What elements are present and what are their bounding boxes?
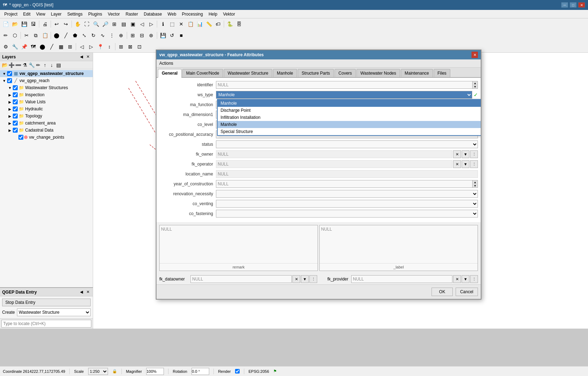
- dataowner-link-btn[interactable]: ⋮: [309, 275, 317, 283]
- menu-view[interactable]: View: [33, 11, 48, 17]
- simplify-button[interactable]: ∿: [98, 31, 107, 40]
- dropdown-option-discharge[interactable]: Discharge Point: [218, 107, 481, 114]
- menu-raster[interactable]: Raster: [123, 11, 141, 17]
- de-close-button[interactable]: ✕: [85, 289, 91, 295]
- layer-check-catchment[interactable]: [13, 121, 18, 126]
- add-polygon-button[interactable]: ⬟: [71, 31, 79, 40]
- layer-check-inspection[interactable]: [13, 92, 18, 97]
- year-up[interactable]: ▲: [473, 180, 478, 184]
- tab-wastewater-nodes[interactable]: Wastewater Nodes: [356, 69, 400, 77]
- stats-button[interactable]: 📊: [195, 20, 204, 28]
- cofastening-select[interactable]: [216, 210, 478, 218]
- year-field[interactable]: NULL ▲ ▼: [216, 180, 478, 188]
- panel-close-button[interactable]: ✕: [85, 54, 91, 60]
- identifier-up-btn[interactable]: ▲: [473, 81, 478, 85]
- locate-search-input[interactable]: [1, 320, 91, 328]
- layer-up-button[interactable]: ↑: [42, 62, 48, 68]
- dialog-close-button[interactable]: ✕: [472, 52, 478, 58]
- tab-general[interactable]: General: [158, 69, 182, 78]
- wstype-dropdown-popup[interactable]: Manhole Discharge Point Infiltration Ins…: [217, 99, 481, 136]
- pan-to-selection-button[interactable]: ⛶: [82, 20, 91, 28]
- menu-help[interactable]: Help: [206, 11, 220, 17]
- remove-layer-button[interactable]: ➖: [15, 62, 21, 68]
- tracing-button[interactable]: ⊛: [147, 31, 155, 40]
- minimize-button[interactable]: ─: [561, 2, 568, 8]
- extra-btn-3[interactable]: ⊡: [135, 42, 144, 51]
- magnifier-input[interactable]: [146, 368, 164, 375]
- window-controls[interactable]: ─ □ ✕: [561, 2, 585, 8]
- qgep-btn-3[interactable]: 📌: [20, 42, 28, 51]
- dataowner-dropdown-btn[interactable]: ▼: [301, 275, 309, 283]
- layer-item-vw-wastewater[interactable]: ▼ ▦ vw_qgep_wastewater_structure: [0, 70, 93, 77]
- maximize-button[interactable]: □: [570, 2, 577, 8]
- tab-main-cover[interactable]: Main Cover/Node: [182, 69, 223, 77]
- zoom-next-button[interactable]: ▷: [147, 20, 155, 28]
- zoom-in-button[interactable]: 🔍: [92, 20, 100, 28]
- expand-ws-group[interactable]: ▼: [7, 85, 13, 91]
- nav-fwd-button[interactable]: ▷: [87, 42, 95, 51]
- merge-selected-button[interactable]: ⊕: [117, 31, 125, 40]
- create-type-select[interactable]: Wastewater Structure Reach Manhole: [17, 308, 91, 316]
- zoom-last-button[interactable]: ◁: [138, 20, 146, 28]
- dropdown-option-manhole-2[interactable]: Manhole: [218, 121, 481, 128]
- split-features-button[interactable]: ⋮: [108, 31, 116, 40]
- layer-item-cadastral[interactable]: ▶ 📁 Cadastral Data: [0, 127, 93, 134]
- topology-button[interactable]: ⊟: [138, 31, 146, 40]
- nav-back-button[interactable]: ◁: [78, 42, 86, 51]
- close-button[interactable]: ✕: [578, 2, 585, 8]
- qgep-btn-4[interactable]: 🗺: [29, 42, 38, 51]
- zoom-full-button[interactable]: ⊞: [110, 20, 119, 28]
- owner-link-btn[interactable]: ⋮: [470, 150, 478, 158]
- layer-item-hydraulic[interactable]: ▶ 📁 Hydraulic: [0, 105, 93, 112]
- identifier-field[interactable]: NULL ▲ ▼: [216, 81, 478, 89]
- zoom-out-button[interactable]: 🔎: [101, 20, 109, 28]
- add-line-button[interactable]: ╱: [62, 31, 70, 40]
- layer-item-topology[interactable]: ▶ 📁 Topology: [0, 112, 93, 120]
- menu-web[interactable]: Web: [165, 11, 179, 17]
- dropdown-option-special[interactable]: Special Structure: [218, 128, 481, 135]
- save-edits-button[interactable]: 💾: [159, 31, 167, 40]
- tab-maintenance[interactable]: Maintenance: [401, 69, 433, 77]
- tab-covers[interactable]: Covers: [335, 69, 356, 77]
- layer-check-topology[interactable]: [13, 114, 18, 118]
- year-down[interactable]: ▼: [473, 184, 478, 187]
- operator-dropdown-btn[interactable]: ▼: [462, 160, 469, 168]
- qgep-btn-6[interactable]: ╱: [47, 42, 56, 51]
- qgep-btn-7[interactable]: ▦: [57, 42, 65, 51]
- tab-manhole[interactable]: Manhole: [273, 69, 297, 77]
- provider-dropdown-btn[interactable]: ▼: [462, 275, 469, 283]
- save-button[interactable]: 💾: [20, 20, 28, 28]
- de-panel-controls[interactable]: ◀ ✕: [79, 289, 91, 295]
- menu-vektor[interactable]: Vektor: [220, 11, 238, 17]
- layer-item-catchment[interactable]: ▶ 📁 catchment_area: [0, 120, 93, 127]
- paste-features-button[interactable]: 📋: [41, 31, 49, 40]
- identifier-down-btn[interactable]: ▼: [473, 85, 478, 88]
- layer-item-inspection[interactable]: ▶ 📁 Inspection: [0, 91, 93, 98]
- rotation-input[interactable]: [192, 368, 209, 375]
- layer-item-valuelists[interactable]: ▶ 📁 Value Lists: [0, 98, 93, 105]
- layer-group-button[interactable]: ▤: [55, 62, 62, 68]
- operator-clear-btn[interactable]: ✕: [453, 160, 461, 168]
- layer-down-button[interactable]: ↓: [48, 62, 55, 68]
- layer-check-valuelists[interactable]: [13, 99, 18, 104]
- layer-check-change-pts[interactable]: [18, 135, 23, 140]
- layer-check-cadastral[interactable]: [13, 128, 18, 133]
- select-button[interactable]: ⬚: [168, 20, 176, 28]
- menu-vector[interactable]: Vector: [105, 11, 123, 17]
- add-point-button[interactable]: ⬤: [52, 31, 61, 40]
- panel-header-controls[interactable]: ◀ ✕: [79, 54, 91, 60]
- zoom-selected-button[interactable]: ▣: [129, 20, 137, 28]
- identifier-spinbox-btns[interactable]: ▲ ▼: [473, 81, 478, 89]
- owner-clear-btn[interactable]: ✕: [453, 150, 461, 158]
- expand-hydraulic[interactable]: ▶: [7, 106, 13, 112]
- render-checkbox[interactable]: [235, 369, 240, 374]
- tab-wastewater-structure[interactable]: Wastewater Structure: [224, 69, 272, 77]
- python-console-button[interactable]: 🐍: [226, 20, 234, 28]
- copy-features-button[interactable]: ⧉: [32, 31, 40, 40]
- layer-item-change-points[interactable]: ▶ vw_change_points: [0, 134, 93, 141]
- open-layer-button[interactable]: 📂: [1, 62, 8, 68]
- label-button[interactable]: 🏷: [214, 20, 222, 28]
- year-btns[interactable]: ▲ ▼: [473, 180, 478, 188]
- dropdown-option-manhole-1[interactable]: Manhole: [218, 100, 481, 107]
- pan-map-button[interactable]: ✋: [73, 20, 82, 28]
